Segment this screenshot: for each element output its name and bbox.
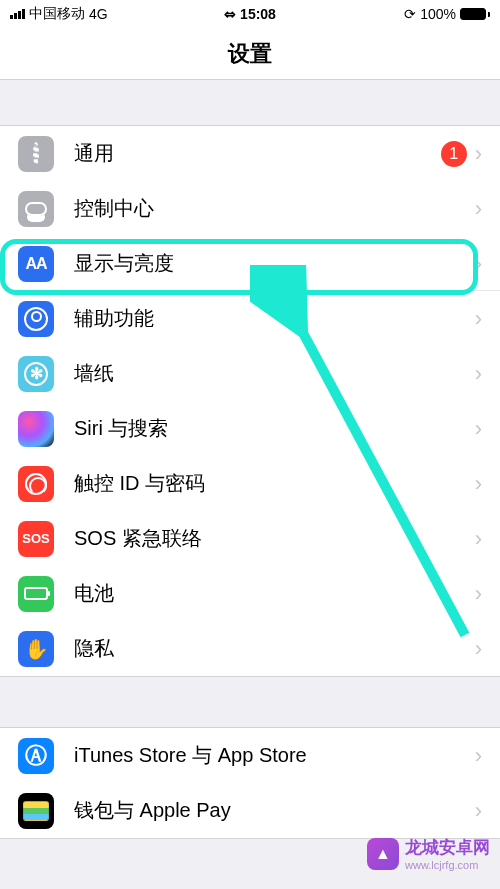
status-left: 中国移动 4G [10, 5, 108, 23]
settings-row-accessibility[interactable]: 辅助功能› [0, 291, 500, 346]
notification-badge: 1 [441, 141, 467, 167]
network-label: 4G [89, 6, 108, 22]
watermark-name: 龙城安卓网 [405, 836, 490, 859]
signal-strength-icon [10, 9, 25, 19]
group-separator [0, 80, 500, 125]
chevron-right-icon: › [475, 251, 482, 277]
group-separator [0, 677, 500, 727]
row-label: 辅助功能 [74, 305, 467, 332]
row-label: Siri 与搜索 [74, 415, 467, 442]
watermark-url: www.lcjrfg.com [405, 859, 490, 871]
appstore-icon: Ⓐ [18, 738, 54, 774]
row-label: SOS 紧急联络 [74, 525, 467, 552]
gear-icon [18, 136, 54, 172]
carrier-label: 中国移动 [29, 5, 85, 23]
navbar: 设置 [0, 28, 500, 80]
settings-row-wallpaper[interactable]: 墙纸› [0, 346, 500, 401]
settings-group-2: ⒶiTunes Store 与 App Store›钱包与 Apple Pay› [0, 727, 500, 839]
settings-row-general[interactable]: 通用1› [0, 126, 500, 181]
battery-icon [18, 576, 54, 612]
row-label: 墙纸 [74, 360, 467, 387]
row-label: 通用 [74, 140, 441, 167]
settings-row-itunes[interactable]: ⒶiTunes Store 与 App Store› [0, 728, 500, 783]
row-label: 隐私 [74, 635, 467, 662]
page-title: 设置 [228, 39, 272, 69]
settings-group-1: 通用1›控制中心›AA显示与亮度›辅助功能›墙纸›Siri 与搜索›触控 ID … [0, 125, 500, 677]
chevron-right-icon: › [475, 526, 482, 552]
status-center: ⇔ 15:08 [224, 6, 276, 22]
settings-row-sos[interactable]: SOSSOS 紧急联络› [0, 511, 500, 566]
fingerprint-icon [18, 466, 54, 502]
chevron-right-icon: › [475, 306, 482, 332]
row-label: 触控 ID 与密码 [74, 470, 467, 497]
orientation-lock-icon: ⟳ [404, 6, 416, 22]
toggle-icon [18, 191, 54, 227]
hotspot-icon: ⇔ [224, 6, 236, 22]
row-label: 控制中心 [74, 195, 467, 222]
watermark: ▲ 龙城安卓网 www.lcjrfg.com [367, 836, 490, 871]
chevron-right-icon: › [475, 141, 482, 167]
status-right: ⟳ 100% [404, 6, 490, 22]
wallet-icon [18, 793, 54, 829]
battery-percent-label: 100% [420, 6, 456, 22]
chevron-right-icon: › [475, 798, 482, 824]
watermark-logo-icon: ▲ [367, 838, 399, 870]
settings-row-battery[interactable]: 电池› [0, 566, 500, 621]
aa-icon: AA [18, 246, 54, 282]
settings-row-wallet[interactable]: 钱包与 Apple Pay› [0, 783, 500, 838]
status-bar: 中国移动 4G ⇔ 15:08 ⟳ 100% [0, 0, 500, 28]
row-label: iTunes Store 与 App Store [74, 742, 467, 769]
settings-row-privacy[interactable]: ✋隐私› [0, 621, 500, 676]
chevron-right-icon: › [475, 361, 482, 387]
chevron-right-icon: › [475, 636, 482, 662]
chevron-right-icon: › [475, 743, 482, 769]
row-label: 钱包与 Apple Pay [74, 797, 467, 824]
siri-icon [18, 411, 54, 447]
flower-icon [18, 356, 54, 392]
settings-row-control-center[interactable]: 控制中心› [0, 181, 500, 236]
chevron-right-icon: › [475, 581, 482, 607]
hand-icon: ✋ [18, 631, 54, 667]
chevron-right-icon: › [475, 416, 482, 442]
chevron-right-icon: › [475, 196, 482, 222]
settings-row-touchid[interactable]: 触控 ID 与密码› [0, 456, 500, 511]
row-label: 电池 [74, 580, 467, 607]
battery-icon [460, 8, 490, 20]
row-label: 显示与亮度 [74, 250, 467, 277]
settings-row-display-brightness[interactable]: AA显示与亮度› [0, 236, 500, 291]
chevron-right-icon: › [475, 471, 482, 497]
person-circle-icon [18, 301, 54, 337]
settings-row-siri-search[interactable]: Siri 与搜索› [0, 401, 500, 456]
time-label: 15:08 [240, 6, 276, 22]
sos-icon: SOS [18, 521, 54, 557]
